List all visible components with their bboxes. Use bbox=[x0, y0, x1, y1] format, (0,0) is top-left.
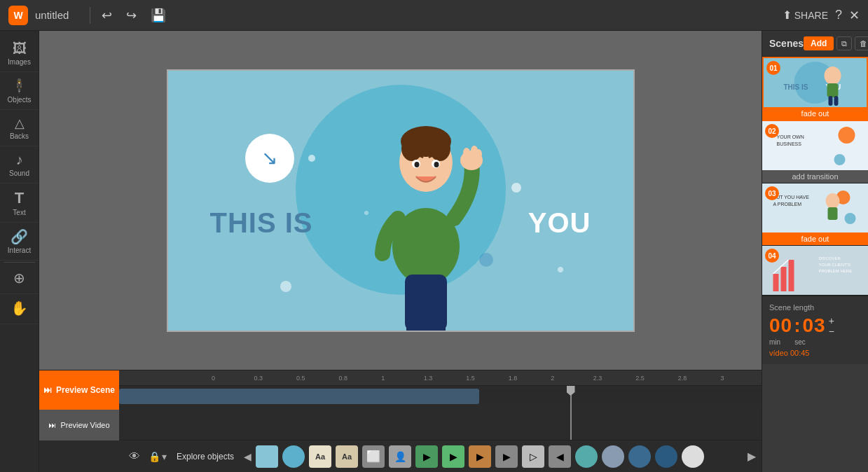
scene-length-decrease-button[interactable]: − bbox=[829, 326, 834, 336]
svg-point-37 bbox=[826, 193, 840, 209]
svg-point-10 bbox=[463, 148, 470, 158]
sidebar-divider bbox=[4, 262, 35, 263]
obj-icon-circle-darkest[interactable] bbox=[655, 445, 677, 468]
left-sidebar: 🖼 Images 🕴 Objects △ Backs ♪ Sound T Tex… bbox=[0, 31, 39, 472]
svg-text:DISCOVER: DISCOVER bbox=[819, 256, 841, 261]
preview-scene-label: Preview Scene bbox=[56, 385, 115, 395]
track-row-1[interactable] bbox=[119, 389, 762, 404]
obj-icon-circle-teal[interactable] bbox=[575, 445, 598, 468]
scene-item-01[interactable]: 01 THIS IS YOU fade out bbox=[762, 57, 868, 121]
sidebar-item-images[interactable]: 🖼 Images bbox=[0, 35, 39, 72]
scene-add-button[interactable]: Add bbox=[804, 36, 834, 50]
obj-icon-green-2[interactable]: ▶ bbox=[442, 445, 464, 468]
obj-icon-brown[interactable]: ▶ bbox=[469, 445, 491, 468]
redo-button[interactable]: ↪ bbox=[122, 6, 141, 25]
svg-point-7 bbox=[414, 162, 419, 167]
scene-transition-01[interactable]: fade out bbox=[764, 107, 867, 120]
sidebar-item-text[interactable]: T Text bbox=[0, 183, 39, 223]
lock-icon: 🔒 bbox=[149, 451, 160, 462]
sidebar-item-objects[interactable]: 🕴 Objects bbox=[0, 72, 39, 110]
character-svg bbox=[363, 85, 489, 331]
obj-icon-circle[interactable] bbox=[282, 445, 305, 468]
scene-item-02[interactable]: 02 YOUR OWN BUSINESS add transition bbox=[762, 121, 868, 183]
obj-icon-text-aa-1[interactable]: Aa bbox=[309, 445, 331, 468]
obj-icon-circle-blue[interactable] bbox=[602, 445, 624, 468]
mark-2: 0.5 bbox=[295, 375, 338, 382]
undo-button[interactable]: ↩ bbox=[97, 6, 116, 25]
app-logo: W bbox=[8, 6, 28, 25]
scene-item-04[interactable]: 04 DISCOVER YOUR CLIENT'S PROBLEM HERE bbox=[762, 246, 868, 296]
scene-item-03[interactable]: 03 BUT YOU HAVE A PROBLEM fade out bbox=[762, 183, 868, 246]
bottom-section: ⏭ Preview Scene ⏭ Preview Video 0 0.3 0.… bbox=[39, 370, 762, 472]
dot-3 bbox=[511, 183, 521, 193]
preview-video-button[interactable]: ⏭ Preview Video bbox=[39, 410, 119, 440]
mark-8: 2 bbox=[549, 375, 592, 382]
scene-thumbnail-04: 04 DISCOVER YOUR CLIENT'S PROBLEM HERE bbox=[762, 246, 868, 295]
scene-duplicate-button[interactable]: ⧉ bbox=[836, 36, 852, 50]
dot-5 bbox=[280, 281, 291, 292]
obj-icon-green-1[interactable]: ▶ bbox=[415, 445, 438, 468]
obj-icon-person[interactable]: 👤 bbox=[389, 445, 411, 468]
explore-objects-button[interactable]: Explore objects bbox=[171, 450, 240, 463]
images-icon: 🖼 bbox=[13, 41, 27, 57]
sound-icon: ♪ bbox=[16, 152, 23, 168]
preview-scene-icon: ⏭ bbox=[43, 385, 52, 395]
obj-icon-gray-1[interactable]: ▶ bbox=[495, 445, 518, 468]
scene-transition-02[interactable]: add transition bbox=[762, 170, 868, 183]
obj-icon-separator[interactable]: ⬜ bbox=[362, 445, 385, 468]
close-button[interactable]: ✕ bbox=[849, 8, 860, 23]
lock-button[interactable]: 🔒 ▾ bbox=[149, 451, 167, 462]
hand-icon: ✋ bbox=[11, 300, 28, 317]
mark-3: 0.8 bbox=[338, 375, 380, 382]
help-button[interactable]: ? bbox=[835, 8, 842, 22]
sidebar-item-backs[interactable]: △ Backs bbox=[0, 110, 39, 146]
sidebar-label-images: Images bbox=[8, 58, 31, 66]
scene-num-badge-02: 02 bbox=[765, 124, 779, 138]
share-button[interactable]: ⬆ SHARE bbox=[783, 8, 828, 22]
sidebar-label-objects: Objects bbox=[8, 96, 32, 104]
mark-7: 1.8 bbox=[507, 375, 550, 382]
track-block-1 bbox=[119, 389, 479, 404]
mark-10: 2.5 bbox=[634, 375, 677, 382]
mark-1: 0.3 bbox=[253, 375, 296, 382]
bottom-toolbar: 👁 🔒 ▾ Explore objects ◀ Aa Aa ⬜ 👤 ▶ ▶ bbox=[119, 440, 762, 472]
explore-collapse-button[interactable]: ◀ bbox=[244, 451, 252, 462]
svg-text:THIS IS: THIS IS bbox=[784, 83, 808, 91]
svg-text:YOUR CLIENT'S: YOUR CLIENT'S bbox=[819, 263, 851, 267]
obj-icon-gray-2[interactable]: ▷ bbox=[522, 445, 544, 468]
toolbar-scroll-right-button[interactable]: ▶ bbox=[748, 450, 756, 463]
share-icon: ⬆ bbox=[783, 8, 792, 22]
sidebar-item-sound[interactable]: ♪ Sound bbox=[0, 146, 39, 183]
obj-icon-circle-dark[interactable] bbox=[628, 445, 651, 468]
text-this-is: THIS IS bbox=[210, 207, 313, 239]
obj-icon-circle-light[interactable] bbox=[682, 445, 704, 468]
sidebar-item-hand[interactable]: ✋ bbox=[0, 294, 39, 324]
scenes-title: Scenes bbox=[769, 38, 804, 49]
scene-delete-button[interactable]: 🗑 bbox=[855, 36, 868, 50]
top-bar: W untitled ↩ ↪ 💾 ⬆ SHARE ? ✕ bbox=[0, 0, 868, 31]
save-button[interactable]: 💾 bbox=[146, 6, 170, 25]
svg-rect-26 bbox=[834, 96, 839, 106]
mark-5: 1.3 bbox=[422, 375, 465, 382]
sidebar-label-sound: Sound bbox=[9, 169, 29, 177]
svg-rect-38 bbox=[828, 207, 838, 220]
preview-scene-button[interactable]: ⏭ Preview Scene bbox=[39, 370, 119, 410]
obj-icon-back[interactable]: ◀ bbox=[549, 445, 571, 468]
svg-point-13 bbox=[474, 156, 481, 166]
obj-icon-text-aa-2[interactable]: Aa bbox=[336, 445, 358, 468]
sidebar-item-zoom[interactable]: ⊕ bbox=[0, 264, 39, 294]
svg-point-30 bbox=[839, 127, 855, 144]
arrow-button[interactable]: ↘ bbox=[245, 134, 294, 183]
svg-text:YOUR OWN: YOUR OWN bbox=[777, 134, 804, 139]
obj-icon-bg[interactable] bbox=[256, 445, 278, 468]
visibility-toggle-button[interactable]: 👁 bbox=[125, 447, 144, 466]
mark-0: 0 bbox=[210, 375, 253, 382]
sidebar-item-interact[interactable]: 🔗 Interact bbox=[0, 223, 39, 261]
scene-length-increase-button[interactable]: + bbox=[829, 316, 834, 326]
scene-transition-03[interactable]: fade out bbox=[762, 232, 868, 245]
scenes-actions: Add ⧉ 🗑 bbox=[804, 36, 868, 50]
mark-6: 1.5 bbox=[464, 375, 507, 382]
svg-rect-24 bbox=[827, 83, 839, 97]
svg-rect-15 bbox=[406, 303, 423, 331]
canvas-frame[interactable]: ↘ THIS IS YOU bbox=[167, 69, 635, 332]
